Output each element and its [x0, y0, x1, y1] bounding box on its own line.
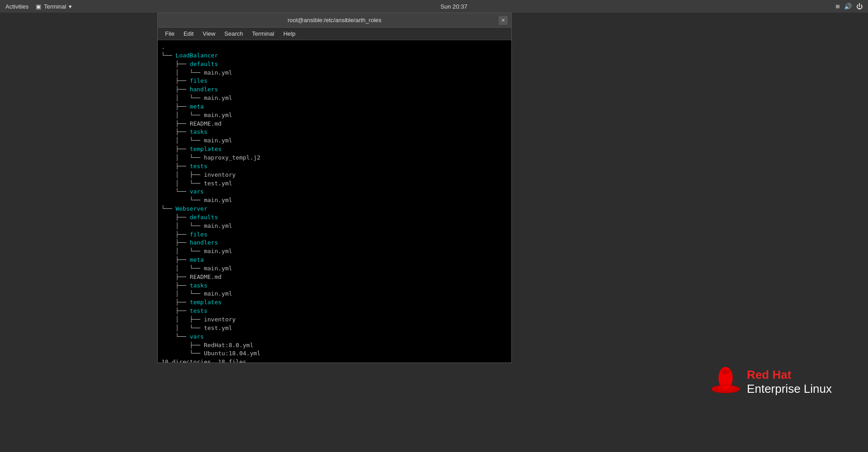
tree-line: └── main.yml — [161, 196, 508, 205]
tree-line: │ └── main.yml — [161, 264, 508, 273]
redhat-hat-icon — [710, 366, 741, 398]
tree-line: ├── tasks — [161, 282, 508, 290]
tree-line: │ └── main.yml — [161, 222, 508, 231]
network-icon: ⊞ — [836, 3, 840, 10]
tree-line: ├── meta — [161, 256, 508, 264]
tree-line: ├── files — [161, 77, 508, 85]
window-title: root@ansible:/etc/ansible/arth_roles — [288, 17, 382, 24]
power-icon: ⏻ — [856, 3, 863, 10]
menu-search[interactable]: Search — [221, 29, 246, 38]
clock: Sun 20:37 — [440, 3, 467, 10]
topbar: Activities ▣ Terminal ▾ Sun 20:37 ⊞ 🔊 ⏻ — [0, 0, 868, 13]
menu-terminal[interactable]: Terminal — [249, 29, 278, 38]
terminal-content[interactable]: .└── LoadBalancer ├── defaults │ └── mai… — [158, 40, 511, 363]
tree-line: ├── templates — [161, 298, 508, 307]
tree-line: │ ├── inventory — [161, 171, 508, 179]
tree-line: ├── tests — [161, 307, 508, 315]
close-button[interactable]: × — [499, 16, 508, 25]
activities-label[interactable]: Activities — [5, 3, 28, 10]
tree-line: └── LoadBalancer — [161, 52, 508, 60]
redhat-text: Red Hat Enterprise Linux — [747, 368, 832, 396]
tree-line: │ └── haproxy_templ.j2 — [161, 154, 508, 162]
tree-line: │ └── main.yml — [161, 290, 508, 298]
tree-line: ├── README.md — [161, 120, 508, 128]
terminal-label: Terminal — [44, 3, 66, 10]
menu-edit[interactable]: Edit — [180, 29, 197, 38]
menubar: File Edit View Search Terminal Help — [158, 28, 511, 40]
tree-line: │ └── main.yml — [161, 69, 508, 77]
titlebar: root@ansible:/etc/ansible/arth_roles × — [158, 13, 511, 28]
redhat-red: Red Hat — [747, 368, 791, 381]
tree-line: ├── meta — [161, 103, 508, 111]
terminal-icon: ▣ — [36, 3, 41, 10]
topbar-right: ⊞ 🔊 ⏻ — [836, 3, 863, 10]
redhat-line1: Red Hat — [747, 368, 832, 382]
tree-line: ├── handlers — [161, 85, 508, 94]
terminal-arrow-icon: ▾ — [69, 3, 72, 10]
redhat-logo: Red Hat Enterprise Linux — [710, 366, 832, 398]
tree-line: └── vars — [161, 188, 508, 196]
terminal-window: root@ansible:/etc/ansible/arth_roles × F… — [157, 13, 512, 363]
terminal-menu[interactable]: ▣ Terminal ▾ — [36, 3, 72, 10]
tree-line: . — [161, 43, 508, 52]
tree-line: │ └── main.yml — [161, 94, 508, 103]
tree-line: ├── RedHat:8.0.yml — [161, 341, 508, 350]
menu-help[interactable]: Help — [280, 29, 299, 38]
tree-line: │ └── test.yml — [161, 179, 508, 188]
tree-line: └── Webserver — [161, 205, 508, 213]
tree-line: │ └── main.yml — [161, 111, 508, 120]
menu-file[interactable]: File — [161, 29, 178, 38]
topbar-left: Activities ▣ Terminal ▾ — [5, 3, 72, 10]
tree-line: │ └── main.yml — [161, 137, 508, 145]
tree-line: ├── handlers — [161, 239, 508, 247]
svg-point-3 — [722, 369, 730, 374]
tree-line: ├── defaults — [161, 60, 508, 69]
tree-line: │ └── test.yml — [161, 324, 508, 333]
tree-line: ├── tasks — [161, 128, 508, 137]
tree-line: ├── tests — [161, 162, 508, 171]
volume-icon: 🔊 — [844, 3, 852, 10]
tree-line: │ ├── inventory — [161, 315, 508, 324]
tree-line: └── Ubuntu:18.04.yml — [161, 349, 508, 358]
tree-line: ├── files — [161, 231, 508, 239]
tree-line: ├── templates — [161, 145, 508, 154]
tree-line: ├── README.md — [161, 273, 508, 282]
tree-line: ├── defaults — [161, 213, 508, 222]
tree-line: 18 directories, 18 files — [161, 358, 508, 363]
tree-line: │ └── main.yml — [161, 247, 508, 256]
menu-view[interactable]: View — [199, 29, 219, 38]
redhat-line2: Enterprise Linux — [747, 382, 832, 396]
tree-line: └── vars — [161, 333, 508, 341]
